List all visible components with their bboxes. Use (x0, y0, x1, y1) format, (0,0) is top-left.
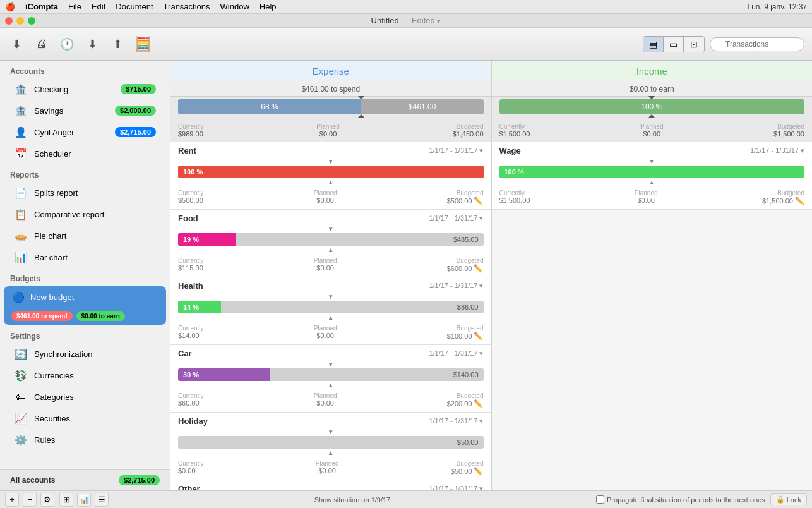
download-icon[interactable]: ⬇ (8, 35, 25, 53)
item-name: Wage (499, 146, 521, 155)
clock-icon[interactable]: 🕐 (58, 35, 76, 53)
budget-settings-button[interactable]: ⚙ (40, 493, 54, 507)
sidebar-item-bar[interactable]: 📊 Bar chart (4, 247, 166, 267)
edit-icon[interactable]: ✏️ (474, 197, 483, 205)
item-date: 1/1/17 - 1/31/17 ▾ (429, 485, 483, 490)
item-name: Food (178, 214, 198, 223)
edit-icon[interactable]: ✏️ (474, 264, 483, 273)
item-progress-wrap: ▼ 19 % $485.00 ▲ (178, 226, 484, 253)
apple-menu[interactable]: 🍎 (5, 2, 15, 11)
item-planned-stat: Planned $0.00 (314, 325, 337, 341)
lock-icon: 🔒 (776, 495, 785, 504)
view-btn-grid[interactable]: ⊡ (684, 37, 704, 52)
settings-header: Settings (0, 325, 170, 343)
sidebar-item-savings[interactable]: 🏦 Savings $2,000.00 (4, 100, 166, 121)
edit-icon[interactable]: ✏️ (474, 467, 483, 476)
item-header: Rent 1/1/17 - 1/31/17 ▾ (178, 146, 484, 155)
item-planned-stat: Planned $0.00 (316, 460, 339, 476)
expense-column: Expense $461.00 to spend 68 % (170, 61, 492, 490)
savings-icon: 🏦 (14, 104, 28, 118)
calculator-icon[interactable]: 🧮 (134, 35, 152, 53)
view-chart-button[interactable]: 📊 (77, 493, 91, 507)
income-currently: Currently $1,500.00 (499, 123, 530, 138)
budget-expense-badge: $461.00 to spend (11, 311, 73, 321)
item-currently-val: $60.00 (178, 399, 204, 407)
expense-items-list: Rent 1/1/17 - 1/31/17 ▾ ▼ 100 % ▲ Curren… (170, 142, 491, 490)
edit-icon[interactable]: ✏️ (474, 399, 483, 408)
sidebar-item-splits[interactable]: 📄 Splits report (4, 183, 166, 203)
sidebar-item-sync[interactable]: 🔄 Synchronization (4, 344, 166, 364)
file-menu-item[interactable]: File (68, 2, 81, 11)
splits-label: Splits report (34, 188, 156, 198)
lock-button[interactable]: 🔒 Lock (770, 493, 807, 505)
print-icon[interactable]: 🖨 (33, 35, 51, 53)
import-icon[interactable]: ⬇ (83, 35, 101, 53)
app-menu-item[interactable]: iCompta (25, 2, 58, 11)
income-planned: Planned $0.00 (640, 123, 664, 138)
expense-amount: $461.00 to spend (301, 85, 360, 94)
transactions-menu-item[interactable]: Transactions (164, 2, 210, 11)
item-header: Holiday 1/1/17 - 1/31/17 ▾ (178, 416, 484, 426)
expense-bar-fill: 68 % (178, 99, 361, 114)
budget-item-wage: Wage 1/1/17 - 1/31/17 ▾ ▼ 100 % ▲ Curren… (492, 142, 813, 210)
item-budgeted-val: $200.00 ✏️ (447, 399, 484, 408)
item-header: Wage 1/1/17 - 1/31/17 ▾ (499, 146, 805, 155)
all-accounts-label: All accounts (10, 476, 119, 485)
categories-label: Categories (34, 392, 156, 402)
item-header: Food 1/1/17 - 1/31/17 ▾ (178, 214, 484, 223)
item-budgeted-stat: Budgeted $50.00 ✏️ (451, 460, 484, 476)
item-bar: 14 % $86.00 (178, 301, 484, 313)
item-fill: 19 % (178, 233, 236, 246)
maximize-button[interactable] (28, 17, 35, 25)
sidebar-item-scheduler[interactable]: 📅 Scheduler (4, 143, 166, 164)
item-currently-val: $500.00 (178, 197, 204, 204)
income-amount: $0.00 to earn (630, 85, 674, 94)
item-stats: Currently $0.00 Planned $0.00 Budgeted $… (178, 460, 484, 476)
document-menu-item[interactable]: Document (116, 2, 153, 11)
view-table-button[interactable]: ⊞ (59, 493, 73, 507)
sidebar-item-securities[interactable]: 📈 Securities (4, 408, 166, 428)
remove-budget-button[interactable]: − (23, 493, 37, 507)
view-btn-single[interactable]: ▭ (664, 37, 684, 52)
close-button[interactable] (5, 17, 13, 25)
expense-bar-remainder: $461.00 (361, 99, 483, 114)
view-list-button[interactable]: ☰ (95, 493, 109, 507)
sidebar-item-pie[interactable]: 🥧 Pie chart (4, 226, 166, 246)
propagate-checkbox[interactable] (596, 495, 604, 504)
view-btn-split[interactable]: ▤ (643, 37, 664, 52)
item-bar: 100 % (178, 166, 484, 178)
edit-icon[interactable]: ✏️ (474, 332, 483, 341)
menu-bar: 🍎 iCompta File Edit Document Transaction… (0, 0, 812, 14)
expense-stats: Currently $989.00 Planned $0.00 Budgeted… (178, 121, 484, 140)
item-budgeted-val: $500.00 ✏️ (447, 197, 484, 205)
export-icon[interactable]: ⬆ (109, 35, 126, 53)
item-stats: Currently $60.00 Planned $0.00 Budgeted … (178, 392, 484, 408)
item-currently-val: $1,500.00 (499, 197, 530, 204)
toolbar-right: ▤ ▭ ⊡ 🔍 (643, 36, 804, 52)
main-layout: Accounts 🏦 Checking $715.00 🏦 Savings $2… (0, 61, 812, 490)
sidebar-item-comparative[interactable]: 📋 Comparative report (4, 204, 166, 224)
minimize-button[interactable] (16, 17, 24, 25)
sidebar-item-cyril[interactable]: 👤 Cyril Anger $2,715.00 (4, 122, 166, 142)
item-planned-stat: Planned $0.00 (314, 257, 337, 273)
item-header: Car 1/1/17 - 1/31/17 ▾ (178, 349, 484, 358)
edit-icon[interactable]: ✏️ (795, 197, 804, 205)
add-budget-button[interactable]: + (5, 493, 19, 507)
item-fill: 30 % (178, 368, 270, 381)
window-menu-item[interactable]: Window (220, 2, 249, 11)
sidebar-item-categories[interactable]: 🏷 Categories (4, 387, 166, 407)
sidebar-item-currencies[interactable]: 💱 Currencies (4, 365, 166, 385)
search-input[interactable] (710, 37, 804, 51)
help-menu-item[interactable]: Help (260, 2, 277, 11)
item-pct: 30 % (178, 371, 199, 378)
item-bar: 19 % $485.00 (178, 233, 484, 246)
item-progress-wrap: ▼ 100 % ▲ (499, 158, 805, 186)
sidebar-item-new-budget[interactable]: 🔵 New budget $461.00 to spend $0.00 to e… (4, 286, 166, 325)
item-fill: 100 % (499, 166, 805, 178)
bank-icon: 🏦 (14, 82, 28, 96)
sidebar-item-rules[interactable]: ⚙️ Rules (4, 430, 166, 450)
cyril-badge: $2,715.00 (115, 127, 156, 137)
sidebar-item-checking[interactable]: 🏦 Checking $715.00 (4, 79, 166, 99)
item-stats: Currently $500.00 Planned $0.00 Budgeted… (178, 190, 484, 205)
edit-menu-item[interactable]: Edit (92, 2, 105, 11)
